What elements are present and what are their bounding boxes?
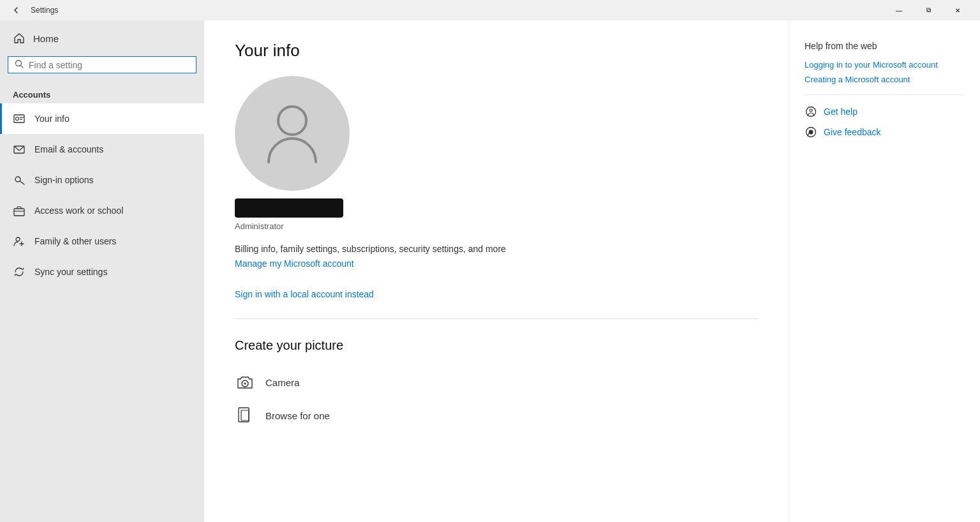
person-icon [264, 98, 321, 168]
key-icon [13, 174, 26, 186]
help-link-1[interactable]: Creating a Microsoft account [805, 75, 965, 84]
chat-icon [805, 105, 817, 118]
home-label: Home [33, 33, 59, 44]
help-divider [805, 94, 965, 95]
main-content: Your info Administrator Billing info, fa… [204, 20, 789, 522]
svg-line-8 [20, 181, 25, 184]
home-icon [13, 32, 26, 45]
your-info-icon [13, 112, 26, 125]
svg-point-7 [15, 177, 20, 182]
give-feedback-label: Give feedback [824, 127, 881, 137]
sidebar-item-email-accounts[interactable]: Email & accounts [0, 134, 204, 165]
create-picture-title: Create your picture [235, 338, 758, 353]
section-divider [235, 318, 758, 319]
svg-line-1 [21, 66, 24, 68]
user-avatar-section: Administrator [235, 76, 758, 231]
titlebar-title: Settings [31, 6, 884, 15]
family-other-users-label: Family & other users [34, 236, 116, 246]
feedback-icon [805, 126, 817, 138]
svg-point-21 [809, 130, 813, 135]
access-work-school-label: Access work or school [34, 205, 123, 216]
svg-rect-18 [241, 410, 249, 421]
email-accounts-label: Email & accounts [34, 144, 103, 154]
briefcase-icon [13, 204, 26, 217]
email-icon [13, 143, 26, 156]
browse-label: Browse for one [265, 410, 330, 421]
app-body: Home Accounts Your info [0, 20, 980, 522]
sidebar-home-button[interactable]: Home [0, 20, 204, 56]
local-account-link[interactable]: Sign in with a local account instead [235, 289, 758, 299]
svg-point-16 [244, 383, 246, 385]
search-icon [15, 59, 24, 70]
give-feedback-action[interactable]: Give feedback [805, 126, 965, 138]
window-controls: — ⧉ ✕ [884, 0, 972, 20]
help-title: Help from the web [805, 41, 965, 51]
camera-icon [235, 372, 255, 392]
svg-point-14 [278, 107, 306, 135]
sidebar-item-sign-in-options[interactable]: Sign-in options [0, 165, 204, 195]
search-input[interactable] [29, 60, 189, 70]
search-box[interactable] [8, 56, 197, 73]
browse-icon [235, 405, 255, 426]
get-help-label: Get help [824, 107, 858, 117]
username-redacted [235, 198, 343, 218]
restore-button[interactable]: ⧉ [914, 0, 943, 20]
svg-rect-9 [14, 209, 24, 216]
user-role: Administrator [235, 221, 284, 231]
sign-in-options-label: Sign-in options [34, 175, 94, 185]
svg-point-3 [16, 117, 19, 121]
manage-account-link[interactable]: Manage my Microsoft account [235, 258, 354, 269]
sidebar-section-label: Accounts [0, 84, 204, 103]
sync-settings-label: Sync your settings [34, 267, 107, 277]
help-link-0[interactable]: Logging in to your Microsoft account [805, 60, 965, 70]
page-title: Your info [235, 41, 758, 61]
sidebar-item-your-info[interactable]: Your info [0, 103, 204, 134]
sync-icon [13, 265, 26, 278]
person-add-icon [13, 235, 26, 248]
your-info-label: Your info [34, 114, 70, 124]
close-button[interactable]: ✕ [943, 0, 972, 20]
svg-point-20 [810, 109, 812, 112]
billing-info-text: Billing info, family settings, subscript… [235, 244, 758, 254]
avatar [235, 76, 350, 191]
svg-point-11 [16, 237, 20, 241]
sidebar-item-family-other-users[interactable]: Family & other users [0, 226, 204, 257]
camera-label: Camera [265, 377, 299, 388]
camera-option[interactable]: Camera [235, 366, 758, 399]
back-button[interactable] [8, 1, 26, 19]
right-panel: Help from the web Logging in to your Mic… [789, 20, 980, 522]
sidebar-item-sync-settings[interactable]: Sync your settings [0, 257, 204, 287]
sidebar: Home Accounts Your info [0, 20, 204, 522]
get-help-action[interactable]: Get help [805, 105, 965, 118]
minimize-button[interactable]: — [884, 0, 914, 20]
svg-rect-17 [239, 408, 249, 422]
browse-option[interactable]: Browse for one [235, 399, 758, 432]
sidebar-item-access-work-school[interactable]: Access work or school [0, 195, 204, 226]
titlebar: Settings — ⧉ ✕ [0, 0, 980, 20]
